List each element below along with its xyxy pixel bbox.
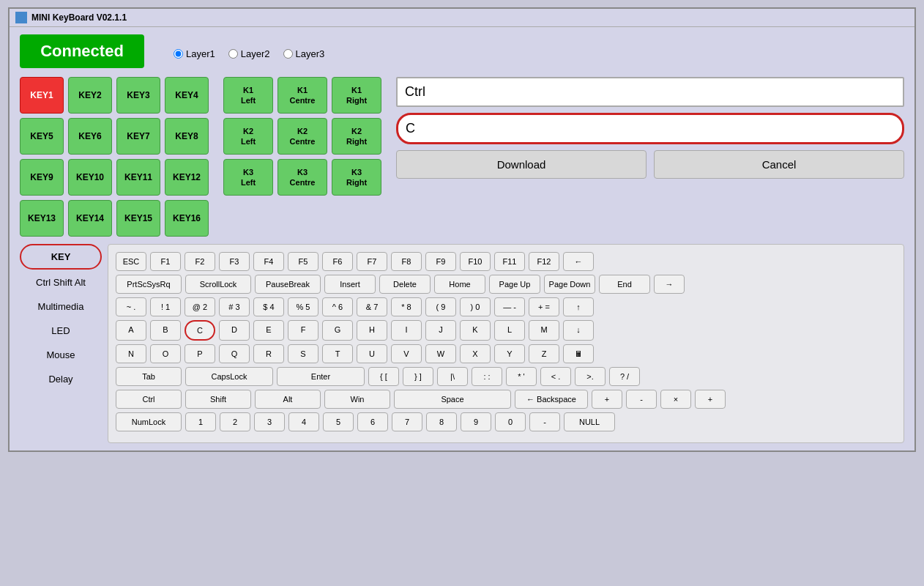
key-g[interactable]: G	[322, 320, 353, 341]
key-f[interactable]: F	[288, 320, 318, 341]
key-f10[interactable]: F10	[460, 252, 491, 271]
key-p[interactable]: P	[185, 344, 215, 363]
key-capslock[interactable]: CapsLock	[185, 367, 273, 386]
key-btn-13[interactable]: KEY13	[20, 200, 64, 237]
k2-right[interactable]: K2Right	[332, 118, 381, 155]
key-f11[interactable]: F11	[494, 252, 525, 271]
key-delete[interactable]: Delete	[379, 275, 431, 294]
key-down-arrow[interactable]: ↓	[563, 320, 594, 341]
layer1-radio[interactable]: Layer1	[174, 48, 215, 59]
key-num0[interactable]: 0	[495, 412, 526, 431]
key-o[interactable]: O	[150, 344, 181, 363]
key-f3[interactable]: F3	[219, 252, 250, 271]
key-backspace-arrow[interactable]: ←	[563, 252, 594, 271]
key-btn-5[interactable]: KEY5	[20, 118, 64, 155]
key-btn-14[interactable]: KEY14	[68, 200, 112, 237]
layer3-radio[interactable]: Layer3	[283, 48, 325, 59]
key-h[interactable]: H	[357, 320, 387, 341]
k3-right[interactable]: K3Right	[332, 159, 381, 196]
key-f5[interactable]: F5	[288, 252, 318, 271]
key-colon[interactable]: : :	[472, 367, 502, 386]
key-num6[interactable]: 6	[357, 412, 388, 431]
key-e[interactable]: E	[253, 320, 284, 341]
key-btn-11[interactable]: KEY11	[116, 159, 160, 196]
key-3[interactable]: # 3	[219, 297, 250, 316]
cancel-button[interactable]: Cancel	[654, 150, 904, 179]
key-btn-10[interactable]: KEY10	[68, 159, 112, 196]
key-0[interactable]: ) 0	[460, 297, 491, 316]
key-btn-7[interactable]: KEY7	[116, 118, 160, 155]
key-w[interactable]: W	[425, 344, 456, 363]
key-btn-3[interactable]: KEY3	[116, 77, 160, 114]
sidebar-item-delay[interactable]: Delay	[20, 368, 102, 390]
key-i[interactable]: I	[391, 320, 422, 341]
key-f6[interactable]: F6	[322, 252, 353, 271]
key-f8[interactable]: F8	[391, 252, 422, 271]
key-9[interactable]: ( 9	[425, 297, 456, 316]
key-backspace[interactable]: ← Backspace	[515, 390, 588, 409]
key-1[interactable]: ! 1	[150, 297, 181, 316]
key-f4[interactable]: F4	[253, 252, 284, 271]
key-7[interactable]: & 7	[357, 297, 387, 316]
k2-centre[interactable]: K2Centre	[277, 118, 327, 155]
k1-centre[interactable]: K1Centre	[277, 77, 327, 114]
layer2-radio[interactable]: Layer2	[228, 48, 270, 59]
key-z[interactable]: Z	[529, 344, 559, 363]
k1-left[interactable]: K1Left	[223, 77, 273, 114]
key-num1[interactable]: 1	[185, 412, 216, 431]
k3-centre[interactable]: K3Centre	[277, 159, 327, 196]
key-btn-4[interactable]: KEY4	[165, 77, 209, 114]
key-btn-16[interactable]: KEY16	[165, 200, 209, 237]
key-btn-9[interactable]: KEY9	[20, 159, 64, 196]
key-r[interactable]: R	[253, 344, 284, 363]
sidebar-item-led[interactable]: LED	[20, 319, 102, 342]
key-5[interactable]: % 5	[288, 297, 318, 316]
key-open-brace[interactable]: { [	[368, 367, 399, 386]
key-tab[interactable]: Tab	[116, 367, 182, 386]
download-button[interactable]: Download	[396, 150, 647, 179]
key-numpad-minus[interactable]: -	[626, 390, 657, 409]
key-btn-1[interactable]: KEY1	[20, 77, 64, 114]
key-num9[interactable]: 9	[461, 412, 491, 431]
key-btn-2[interactable]: KEY2	[68, 77, 112, 114]
sidebar-item-multimedia[interactable]: Multimedia	[20, 295, 102, 318]
key-k[interactable]: K	[460, 320, 491, 341]
key-end[interactable]: End	[599, 275, 650, 294]
key-tilde[interactable]: ~ .	[116, 297, 146, 316]
key-ctrl[interactable]: Ctrl	[116, 390, 182, 409]
key-v[interactable]: V	[391, 344, 422, 363]
key-pagedown[interactable]: Page Down	[544, 275, 595, 294]
key-quote[interactable]: * '	[506, 367, 537, 386]
key-num4[interactable]: 4	[288, 412, 319, 431]
key-2[interactable]: @ 2	[185, 297, 215, 316]
key-numlock[interactable]: NumLock	[116, 412, 182, 431]
key-a[interactable]: A	[116, 320, 146, 341]
key-numpad-plus[interactable]: +	[592, 390, 622, 409]
key-pageup[interactable]: Page Up	[489, 275, 540, 294]
key-pausebreak[interactable]: PauseBreak	[255, 275, 321, 294]
key-4[interactable]: $ 4	[253, 297, 284, 316]
key-numpad-div[interactable]: +	[695, 390, 726, 409]
key-enter[interactable]: Enter	[277, 367, 365, 386]
key-6[interactable]: ^ 6	[322, 297, 353, 316]
key-null[interactable]: NULL	[564, 412, 615, 431]
sidebar-item-key[interactable]: KEY	[20, 244, 102, 270]
key-btn-12[interactable]: KEY12	[165, 159, 209, 196]
key-minus[interactable]: — -	[494, 297, 525, 316]
key-btn-15[interactable]: KEY15	[116, 200, 160, 237]
k1-right[interactable]: K1Right	[332, 77, 381, 114]
key-home[interactable]: Home	[434, 275, 485, 294]
key-t[interactable]: T	[322, 344, 353, 363]
key-win[interactable]: Win	[324, 390, 390, 409]
key-gt[interactable]: >.	[575, 367, 606, 386]
key-space[interactable]: Space	[394, 390, 511, 409]
key-f1[interactable]: F1	[150, 252, 181, 271]
key-f2[interactable]: F2	[185, 252, 215, 271]
key-btn-6[interactable]: KEY6	[68, 118, 112, 155]
key-u[interactable]: U	[357, 344, 387, 363]
ctrl-input[interactable]	[396, 77, 904, 107]
key-pipe[interactable]: |\	[437, 367, 468, 386]
key-lt[interactable]: < .	[540, 367, 571, 386]
key-q[interactable]: Q	[219, 344, 250, 363]
key-num5[interactable]: 5	[323, 412, 354, 431]
